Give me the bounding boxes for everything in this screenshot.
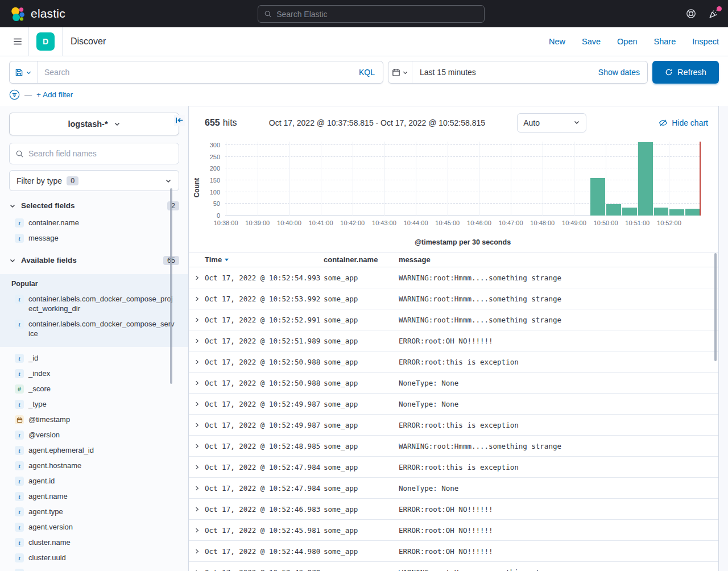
- time-range-value[interactable]: Last 15 minutes: [412, 68, 476, 77]
- global-search-input[interactable]: [276, 10, 478, 19]
- news-popper-icon[interactable]: [709, 9, 719, 19]
- histogram-bar[interactable]: [654, 208, 669, 216]
- global-search-box[interactable]: [258, 5, 485, 23]
- field-name: _index: [28, 369, 50, 378]
- expand-row-button[interactable]: [189, 359, 205, 365]
- show-dates-button[interactable]: Show dates: [598, 68, 647, 77]
- row-time: Oct 17, 2022 @ 10:52:47.984: [205, 463, 324, 471]
- available-fields-header[interactable]: Available fields 65: [0, 254, 188, 266]
- expand-row-button[interactable]: [189, 317, 205, 323]
- y-gridline: [225, 144, 700, 145]
- saved-query-menu-button[interactable]: [10, 61, 38, 83]
- field-item[interactable]: tcontainer.name: [0, 215, 188, 230]
- expand-row-button[interactable]: [189, 296, 205, 302]
- histogram-bar[interactable]: [606, 204, 621, 216]
- sort-by-time-button[interactable]: Time: [205, 255, 229, 264]
- field-item[interactable]: tmessage: [0, 230, 188, 246]
- field-item[interactable]: tcluster.name: [0, 535, 188, 550]
- save-button[interactable]: Save: [582, 37, 601, 46]
- field-item[interactable]: tcontainer.labels.com_docker_compose_ser…: [0, 316, 188, 341]
- collapse-sidebar-button[interactable]: [174, 115, 185, 126]
- row-container-name: some_app: [324, 484, 399, 493]
- histogram-interval-select[interactable]: Auto: [517, 113, 586, 133]
- row-message: NoneType: None: [399, 484, 718, 493]
- row-message: ERROR:root:this is exception: [399, 463, 718, 471]
- field-name: agent.id: [28, 476, 55, 486]
- refresh-button[interactable]: Refresh: [652, 61, 719, 84]
- expand-row-icon: [194, 548, 200, 555]
- message-column-header[interactable]: message: [399, 255, 718, 264]
- field-item[interactable]: tcontainer.labels.com_docker_compose_pro…: [0, 291, 188, 316]
- field-search-input[interactable]: [28, 149, 173, 158]
- field-item[interactable]: tagent.id: [0, 473, 188, 489]
- expand-row-button[interactable]: [189, 527, 205, 533]
- new-button[interactable]: New: [549, 37, 565, 46]
- row-message: WARNING:root:Hmmm....something strange: [399, 316, 718, 324]
- divider: [28, 27, 29, 56]
- expand-row-button[interactable]: [189, 485, 205, 491]
- text-field-token: t: [15, 523, 24, 532]
- field-item[interactable]: @timestamp: [0, 412, 188, 427]
- hide-chart-button[interactable]: Hide chart: [659, 118, 708, 127]
- y-tick-label: 250: [210, 154, 220, 160]
- open-button[interactable]: Open: [617, 37, 637, 46]
- selected-fields-header[interactable]: Selected fields 2: [0, 200, 188, 212]
- calendar-menu-button[interactable]: [388, 61, 412, 83]
- field-name: @timestamp: [28, 415, 70, 424]
- expand-row-button[interactable]: [189, 275, 205, 281]
- field-item[interactable]: tagent.name: [0, 489, 188, 504]
- histogram-bar[interactable]: [622, 208, 637, 216]
- field-item[interactable]: t@version: [0, 427, 188, 442]
- text-field-token: t: [15, 461, 24, 470]
- menu-hamburger-icon[interactable]: [7, 33, 28, 50]
- histogram-bar[interactable]: [638, 142, 653, 216]
- field-item[interactable]: tagent.ephemeral_id: [0, 442, 188, 458]
- field-item[interactable]: tagent.type: [0, 504, 188, 519]
- expand-row-button[interactable]: [189, 338, 205, 344]
- sidebar-scrollbar[interactable]: [170, 188, 172, 384]
- filter-by-type-select[interactable]: Filter by type 0: [9, 170, 179, 191]
- expand-row-button[interactable]: [189, 569, 205, 571]
- row-time: Oct 17, 2022 @ 10:52:54.993: [205, 274, 324, 282]
- row-container-name: some_app: [324, 547, 399, 556]
- chevron-down-icon: [165, 177, 172, 184]
- field-item[interactable]: tcluster.uuid: [0, 550, 188, 565]
- field-item[interactable]: t_type: [0, 396, 188, 412]
- x-gridline: [226, 142, 226, 216]
- field-item[interactable]: #_score: [0, 381, 188, 396]
- expand-row-button[interactable]: [189, 548, 205, 555]
- expand-row-button[interactable]: [189, 422, 205, 428]
- kql-language-button[interactable]: KQL: [351, 68, 383, 77]
- field-item[interactable]: t_id: [0, 350, 188, 366]
- field-item[interactable]: tagent.hostname: [0, 458, 188, 473]
- table-scrollbar[interactable]: [714, 253, 717, 361]
- index-pattern-select[interactable]: logstash-*: [9, 113, 179, 135]
- expand-row-button[interactable]: [189, 380, 205, 386]
- elastic-logo[interactable]: elastic: [9, 6, 65, 22]
- expand-row-icon: [194, 317, 200, 323]
- field-item[interactable]: t: [0, 565, 188, 571]
- histogram-bar[interactable]: [685, 209, 700, 216]
- share-button[interactable]: Share: [654, 37, 676, 46]
- add-filter-button[interactable]: + Add filter: [36, 90, 73, 99]
- filter-icon[interactable]: [9, 89, 20, 100]
- field-search-box[interactable]: [9, 143, 179, 164]
- field-name: message: [28, 233, 59, 243]
- field-name: agent.hostname: [28, 461, 81, 470]
- query-search-input[interactable]: [38, 68, 351, 77]
- field-item[interactable]: t_index: [0, 366, 188, 381]
- histogram-bar[interactable]: [590, 178, 605, 216]
- expand-row-button[interactable]: [189, 401, 205, 407]
- container-name-column-header[interactable]: container.name: [324, 255, 399, 264]
- expand-row-button[interactable]: [189, 443, 205, 449]
- help-icon[interactable]: [686, 9, 696, 19]
- discover-app-badge[interactable]: D: [36, 32, 55, 51]
- field-name: cluster.uuid: [28, 553, 66, 562]
- histogram-bar[interactable]: [669, 209, 684, 216]
- expand-row-button[interactable]: [189, 464, 205, 470]
- x-gridline: [574, 142, 574, 216]
- inspect-button[interactable]: Inspect: [692, 37, 719, 46]
- row-message: ERROR:root:OH NO!!!!!!: [399, 547, 718, 556]
- expand-row-button[interactable]: [189, 506, 205, 512]
- field-item[interactable]: tagent.version: [0, 519, 188, 535]
